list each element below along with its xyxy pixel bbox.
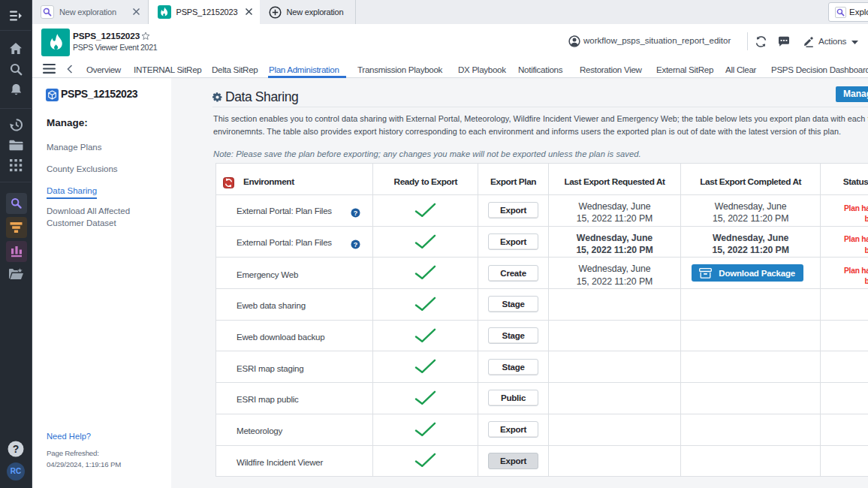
- svg-text:?: ?: [354, 209, 357, 216]
- svg-text:?: ?: [13, 443, 20, 455]
- svg-text:?: ?: [354, 240, 357, 248]
